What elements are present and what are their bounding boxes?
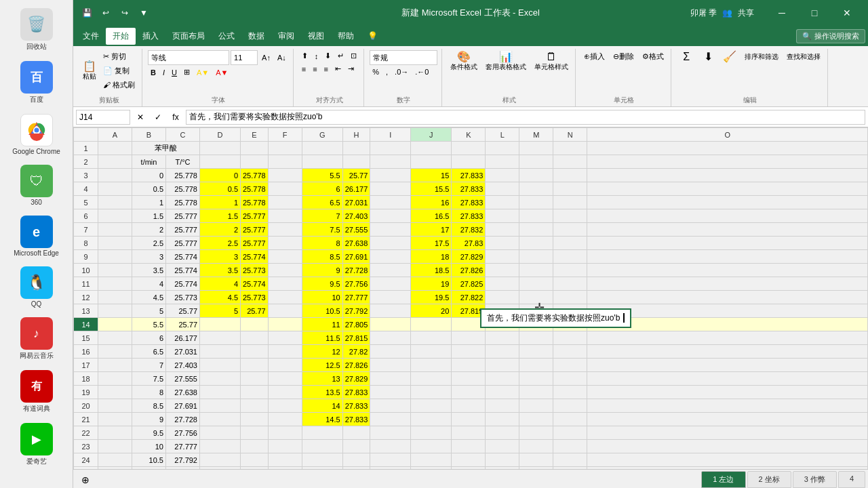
cell-a15[interactable]: [98, 331, 132, 345]
cell-h21[interactable]: 27.833: [342, 413, 370, 426]
cell-e6[interactable]: 25.777: [241, 209, 269, 223]
cell-e16[interactable]: [241, 345, 269, 359]
cell-h8[interactable]: 27.638: [342, 237, 370, 250]
cell-e7[interactable]: 25.777: [241, 223, 269, 237]
align-middle-button[interactable]: ↕: [312, 51, 321, 62]
cell-e4[interactable]: 25.778: [241, 182, 269, 196]
row-number[interactable]: 14: [74, 318, 98, 331]
cell-i13[interactable]: [370, 304, 411, 318]
row-number[interactable]: 20: [74, 399, 98, 413]
cell-l2[interactable]: [486, 155, 519, 169]
row-number[interactable]: 23: [74, 440, 98, 453]
cell-f24[interactable]: [268, 453, 302, 467]
undo-button[interactable]: ↩: [98, 5, 114, 21]
maximize-button[interactable]: □: [799, 3, 830, 22]
cell-d6[interactable]: 1.5: [200, 209, 241, 223]
cell-i22[interactable]: [370, 426, 411, 440]
cell-i12[interactable]: [370, 291, 411, 304]
find-select-button[interactable]: 查找和选择: [784, 51, 823, 63]
cell-j12[interactable]: 19.5: [411, 291, 452, 304]
cell-c14[interactable]: 25.77: [166, 318, 200, 331]
bold-button[interactable]: B: [148, 67, 159, 78]
cell-k20[interactable]: [452, 399, 486, 413]
cell-i1[interactable]: [370, 142, 411, 155]
cell-g9[interactable]: 8.5: [302, 250, 342, 264]
cell-i20[interactable]: [370, 399, 411, 413]
cell-m4[interactable]: [519, 182, 553, 196]
share-button[interactable]: 共享: [738, 7, 754, 19]
cell-j1[interactable]: [411, 142, 452, 155]
cell-m9[interactable]: [519, 250, 553, 264]
cell-j3[interactable]: 15: [411, 169, 452, 182]
cell-a16[interactable]: [98, 345, 132, 359]
cell-j5[interactable]: 16: [411, 196, 452, 209]
customize-qat-button[interactable]: ▼: [136, 5, 152, 21]
cell-a1[interactable]: [98, 142, 132, 155]
col-header-b[interactable]: B: [132, 128, 166, 142]
cell-m7[interactable]: [519, 223, 553, 237]
save-button[interactable]: 💾: [79, 5, 95, 21]
indent-increase-button[interactable]: ⇥: [345, 63, 357, 75]
cell-j7[interactable]: 17: [411, 223, 452, 237]
cell-f17[interactable]: [268, 359, 302, 372]
row-number[interactable]: 10: [74, 264, 98, 277]
cell-o6[interactable]: [587, 209, 868, 223]
cell-k4[interactable]: 27.833: [452, 182, 486, 196]
cell-n9[interactable]: [553, 250, 587, 264]
cell-c4[interactable]: 25.778: [166, 182, 200, 196]
cell-g17[interactable]: 12.5: [302, 359, 342, 372]
cell-m2[interactable]: [519, 155, 553, 169]
cell-g11[interactable]: 9.5: [302, 277, 342, 291]
cell-e18[interactable]: [241, 372, 269, 386]
cell-b22[interactable]: 9.5: [132, 426, 166, 440]
font-color-button[interactable]: A▼: [213, 67, 231, 78]
menu-data[interactable]: 数据: [241, 28, 271, 45]
cell-l21[interactable]: [486, 413, 519, 426]
cell-l3[interactable]: [486, 169, 519, 182]
minimize-button[interactable]: ─: [766, 3, 797, 22]
cell-f18[interactable]: [268, 372, 302, 386]
cell-j20[interactable]: [411, 399, 452, 413]
cell-o11[interactable]: [587, 277, 868, 291]
cell-e23[interactable]: [241, 440, 269, 453]
cell-i10[interactable]: [370, 264, 411, 277]
cell-g19[interactable]: 13.5: [302, 386, 342, 399]
cell-l23[interactable]: [486, 440, 519, 453]
cell-b23[interactable]: 10: [132, 440, 166, 453]
row-number[interactable]: 19: [74, 386, 98, 399]
cell-a4[interactable]: [98, 182, 132, 196]
row-number[interactable]: 7: [74, 223, 98, 237]
cell-k23[interactable]: [452, 440, 486, 453]
cell-k18[interactable]: [452, 372, 486, 386]
autosum-button[interactable]: Σ: [677, 50, 696, 64]
format-painter-button[interactable]: 🖌 格式刷: [100, 79, 138, 92]
sheet-tab-2[interactable]: 2 坐标: [747, 471, 791, 488]
cell-n15[interactable]: [553, 331, 587, 345]
cell-g10[interactable]: 9: [302, 264, 342, 277]
cell-n11[interactable]: [553, 277, 587, 291]
cell-i21[interactable]: [370, 413, 411, 426]
cell-k10[interactable]: 27.826: [452, 264, 486, 277]
row-number[interactable]: 22: [74, 426, 98, 440]
cell-g20[interactable]: 14: [302, 399, 342, 413]
cell-a5[interactable]: [98, 196, 132, 209]
row-number[interactable]: 6: [74, 209, 98, 223]
cell-d23[interactable]: [200, 440, 241, 453]
cell-l20[interactable]: [486, 399, 519, 413]
sheet-tab-3[interactable]: 3 作弊: [793, 471, 837, 488]
cell-a11[interactable]: [98, 277, 132, 291]
cell-k17[interactable]: [452, 359, 486, 372]
col-header-h[interactable]: H: [342, 128, 370, 142]
decrease-font-button[interactable]: A↓: [275, 52, 289, 63]
cell-b1[interactable]: 苯甲酸: [132, 142, 200, 155]
cell-m15[interactable]: [519, 331, 553, 345]
cell-f22[interactable]: [268, 426, 302, 440]
cell-edit-popup[interactable]: 首先，我们需要将实验数据按照zuo'b: [480, 308, 631, 328]
col-header-o[interactable]: O: [587, 128, 868, 142]
cell-b11[interactable]: 4: [132, 277, 166, 291]
cell-b2[interactable]: t/min: [132, 155, 166, 169]
cell-k7[interactable]: 27.832: [452, 223, 486, 237]
cell-c6[interactable]: 25.777: [166, 209, 200, 223]
cell-l10[interactable]: [486, 264, 519, 277]
cell-h16[interactable]: 27.82: [342, 345, 370, 359]
